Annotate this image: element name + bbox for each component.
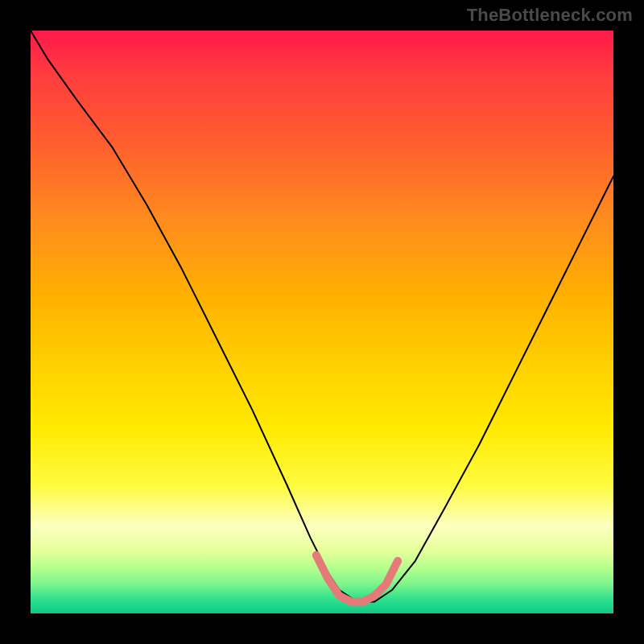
chart-svg: [31, 31, 613, 613]
plot-area: [31, 31, 613, 613]
chart-frame: TheBottleneck.com: [0, 0, 644, 644]
bottleneck-curve: [31, 31, 613, 602]
watermark-label: TheBottleneck.com: [467, 5, 633, 26]
